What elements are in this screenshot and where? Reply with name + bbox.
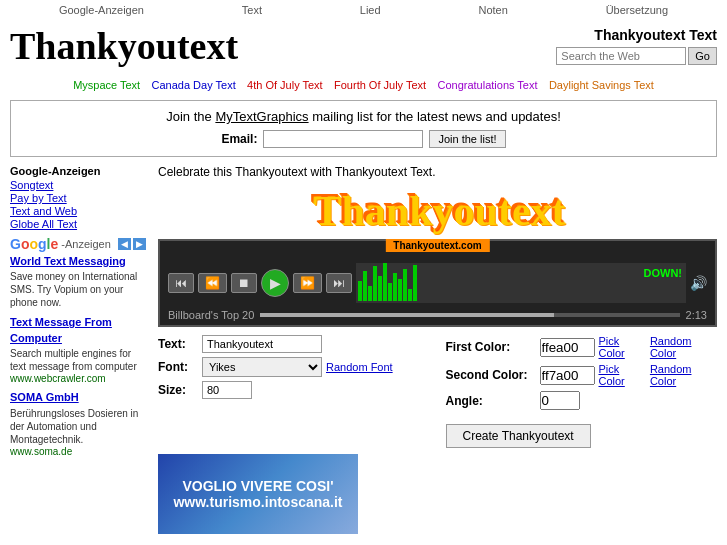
spectrum-bar	[358, 281, 362, 301]
music-player: Thankyoutext.com ⏮ ⏪ ⏹ ▶ ⏩ ⏭	[158, 239, 717, 327]
sidebar-link-textandweb[interactable]: Text and Web	[10, 205, 150, 217]
bottom-ad-image[interactable]: VOGLIO VIVERE COSI'www.turismo.intoscana…	[158, 454, 358, 534]
link-canada-day[interactable]: Canada Day Text	[152, 79, 236, 91]
google-logo: Google	[10, 236, 58, 252]
form-left: Text: Font: YikesArialComic SansTimes Ne…	[158, 335, 430, 448]
download-label: DOWN!	[644, 267, 683, 279]
progress-bar[interactable]	[260, 313, 679, 317]
random-font-link[interactable]: Random Font	[326, 361, 393, 373]
google-nav: ◀ ▶	[118, 238, 146, 250]
sidebar-link-globealltext[interactable]: Globe All Text	[10, 218, 150, 230]
player-time: 2:13	[686, 309, 707, 321]
nav-text[interactable]: Text	[242, 4, 262, 16]
right-content: Celebrate this Thankyoutext with Thankyo…	[158, 165, 717, 534]
fast-forward-button[interactable]: ⏩	[293, 273, 322, 293]
spectrum-bar	[373, 266, 377, 301]
anzeigen-label: -Anzeigen	[61, 238, 111, 250]
ad-title-1[interactable]: World Text Messaging	[10, 254, 150, 269]
player-top: Thankyoutext.com	[160, 249, 715, 259]
link-fourth-july[interactable]: Fourth Of July Text	[334, 79, 426, 91]
volume-icon[interactable]: 🔊	[690, 275, 707, 291]
second-color-label: Second Color:	[446, 368, 536, 382]
bottom-ad: VOGLIO VIVERE COSI'www.turismo.intoscana…	[158, 454, 717, 534]
link-daylight-savings[interactable]: Daylight Savings Text	[549, 79, 654, 91]
spectrum-bar	[398, 279, 402, 301]
sidebar-link-paybtext[interactable]: Pay by Text	[10, 192, 150, 204]
play-button[interactable]: ▶	[261, 269, 289, 297]
size-input[interactable]	[202, 381, 252, 399]
email-input[interactable]	[263, 130, 423, 148]
sidebar-link-songtext[interactable]: Songtext	[10, 179, 150, 191]
ad-text-message: Text Message From Computer Search multip…	[10, 315, 150, 384]
sidebar-title: Google-Anzeigen	[10, 165, 150, 177]
pick-color-2-link[interactable]: Pick Color	[599, 363, 646, 387]
celebrate-text: Celebrate this Thankyoutext with Thankyo…	[158, 165, 717, 179]
spectrum-bar	[393, 273, 397, 301]
skip-back-button[interactable]: ⏮	[168, 273, 194, 293]
join-button[interactable]: Join the list!	[429, 130, 505, 148]
mailing-box: Join the MyTextGraphics mailing list for…	[10, 100, 717, 157]
angle-label: Angle:	[446, 394, 536, 408]
form-area: Text: Font: YikesArialComic SansTimes Ne…	[158, 335, 717, 448]
second-color-row: Second Color: Pick Color Random Color	[446, 363, 718, 387]
spectrum-bar	[368, 286, 372, 301]
text-label: Text:	[158, 337, 198, 351]
link-myspace-text[interactable]: Myspace Text	[73, 79, 140, 91]
first-color-label: First Color:	[446, 340, 536, 354]
link-congratulations[interactable]: Congratulations Text	[437, 79, 537, 91]
nav-uebersetzung[interactable]: Übersetzung	[606, 4, 668, 16]
skip-forward-button[interactable]: ⏭	[326, 273, 352, 293]
google-ads-section: Google -Anzeigen ◀ ▶	[10, 236, 150, 252]
email-row: Email: Join the list!	[19, 130, 708, 148]
ad-url-3: www.soma.de	[10, 446, 150, 457]
spectrum	[356, 263, 686, 303]
text-input[interactable]	[202, 335, 322, 353]
spectrum-bar	[383, 263, 387, 301]
nav-lied[interactable]: Lied	[360, 4, 381, 16]
song-name: Billboard's Top 20	[168, 309, 254, 321]
player-track-area: DOWN!	[356, 263, 686, 303]
spectrum-bar	[363, 271, 367, 301]
first-color-input[interactable]	[540, 338, 595, 357]
header-right: Thankyoutext Text Go	[556, 27, 717, 65]
site-logo: Thankyoutext	[10, 24, 238, 68]
rewind-button[interactable]: ⏪	[198, 273, 227, 293]
bottom-ad-text: VOGLIO VIVERE COSI'www.turismo.intoscana…	[173, 478, 342, 510]
search-bar: Go	[556, 47, 717, 65]
links-row: Myspace Text Canada Day Text 4th Of July…	[0, 74, 727, 96]
font-select[interactable]: YikesArialComic SansTimes New Roman	[202, 357, 322, 377]
main-content: Google-Anzeigen Songtext Pay by Text Tex…	[0, 161, 727, 538]
search-button[interactable]: Go	[688, 47, 717, 65]
player-label: Thankyoutext.com	[385, 239, 489, 252]
ad-desc-3: Berührungsloses Dosieren in der Automati…	[10, 407, 150, 446]
form-right: First Color: Pick Color Random Color Sec…	[446, 335, 718, 448]
angle-row: Angle:	[446, 391, 718, 410]
size-row: Size:	[158, 381, 430, 399]
nav-noten[interactable]: Noten	[478, 4, 507, 16]
search-input[interactable]	[556, 47, 686, 65]
spectrum-bar	[378, 276, 382, 301]
angle-input[interactable]	[540, 391, 580, 410]
header-title: Thankyoutext Text	[594, 27, 717, 43]
spectrum-bar	[408, 289, 412, 301]
stop-button[interactable]: ⏹	[231, 273, 257, 293]
ad-title-2[interactable]: Text Message From Computer	[10, 315, 150, 346]
ad-desc-2: Search multiple engines for text message…	[10, 347, 150, 373]
player-controls: ⏮ ⏪ ⏹ ▶ ⏩ ⏭	[160, 259, 715, 307]
email-label: Email:	[221, 132, 257, 146]
second-color-input[interactable]	[540, 366, 595, 385]
ad-url-2: www.webcrawler.com	[10, 373, 150, 384]
link-4th-july[interactable]: 4th Of July Text	[247, 79, 323, 91]
pick-color-1-link[interactable]: Pick Color	[599, 335, 646, 359]
google-prev-button[interactable]: ◀	[118, 238, 131, 250]
ad-soma: SOMA GmbH Berührungsloses Dosieren in de…	[10, 390, 150, 456]
google-next-button[interactable]: ▶	[133, 238, 146, 250]
top-nav: Google-Anzeigen Text Lied Noten Übersetz…	[0, 0, 727, 20]
ad-title-3[interactable]: SOMA GmbH	[10, 390, 150, 405]
create-button[interactable]: Create Thankyoutext	[446, 424, 591, 448]
nav-google-anzeigen[interactable]: Google-Anzeigen	[59, 4, 144, 16]
random-color-2-link[interactable]: Random Color	[650, 363, 717, 387]
spectrum-bar	[413, 265, 417, 301]
ad-world-text: World Text Messaging Save money on Inter…	[10, 254, 150, 309]
random-color-1-link[interactable]: Random Color	[650, 335, 717, 359]
